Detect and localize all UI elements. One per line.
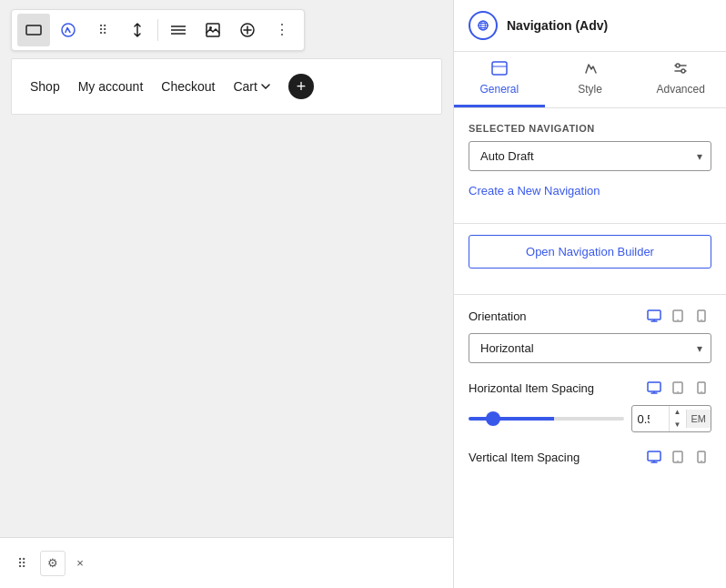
orientation-device-icons xyxy=(644,306,711,326)
horizontal-spacing-device-icons xyxy=(644,378,711,398)
vertical-spacing-row: Vertical Item Spacing xyxy=(469,447,711,467)
nav-item-shop[interactable]: Shop xyxy=(30,79,60,94)
nav-item-cart[interactable]: Cart xyxy=(233,79,269,94)
vertical-spacing-label: Vertical Item Spacing xyxy=(469,451,580,464)
horizontal-spacing-spin: ▲ ▼ xyxy=(669,406,686,431)
panel-title: Navigation (Adv) xyxy=(507,18,608,33)
panel-tabs: General Style Advanced xyxy=(454,52,726,108)
widget-settings-button[interactable]: ⚙ xyxy=(40,551,66,576)
panel-icon xyxy=(469,11,498,40)
divider-1 xyxy=(157,19,158,41)
navigation-select[interactable]: Auto Draft Main Navigation Footer Naviga… xyxy=(469,141,711,171)
vert-desktop-icon[interactable] xyxy=(644,447,664,467)
nav-block: Shop My account Checkout Cart + xyxy=(11,58,442,115)
spin-up-button[interactable]: ▲ xyxy=(670,406,686,419)
horizontal-spacing-label: Horizontal Item Spacing xyxy=(469,381,594,395)
nav-item-myaccount[interactable]: My account xyxy=(78,79,144,94)
orientation-select-wrapper: Horizontal Vertical ▾ xyxy=(469,333,711,363)
create-navigation-link[interactable]: Create a New Navigation xyxy=(469,184,600,198)
left-panel: ⠿ xyxy=(0,0,453,588)
tab-advanced-label: Advanced xyxy=(656,83,704,96)
horiz-tablet-icon[interactable] xyxy=(668,378,688,398)
svg-rect-0 xyxy=(26,25,41,35)
tab-advanced[interactable]: Advanced xyxy=(635,52,726,107)
horiz-desktop-icon[interactable] xyxy=(644,378,664,398)
tab-general[interactable]: General xyxy=(454,52,545,107)
advanced-tab-icon xyxy=(673,61,688,79)
move-arrows-button[interactable] xyxy=(121,14,154,46)
svg-rect-16 xyxy=(492,62,507,75)
svg-point-33 xyxy=(677,391,679,393)
selected-navigation-label: SELECTED NAVIGATION xyxy=(469,123,711,134)
open-navigation-builder-button[interactable]: Open Navigation Builder xyxy=(469,235,711,269)
svg-point-6 xyxy=(209,26,212,29)
tab-general-label: General xyxy=(479,83,519,96)
more-options-button[interactable]: ⋮ xyxy=(266,14,298,46)
horizontal-spacing-unit: EM xyxy=(686,410,711,428)
svg-rect-36 xyxy=(648,451,660,461)
horizontal-spacing-slider[interactable] xyxy=(469,417,624,421)
svg-point-20 xyxy=(676,64,680,67)
orientation-row: Orientation xyxy=(469,306,711,326)
svg-point-26 xyxy=(677,319,679,321)
widget-drag-handle[interactable]: ⠿ xyxy=(9,551,35,576)
edit-button[interactable] xyxy=(52,14,85,46)
svg-point-40 xyxy=(677,461,679,462)
drag-handle-button[interactable]: ⠿ xyxy=(86,14,119,46)
divider-2 xyxy=(454,294,726,295)
content-area xyxy=(0,122,453,546)
add-nav-item-button[interactable]: + xyxy=(288,74,314,99)
horizontal-spacing-input-group: ▲ ▼ EM xyxy=(631,405,712,432)
orientation-select[interactable]: Horizontal Vertical xyxy=(469,333,711,363)
navigation-select-wrapper: Auto Draft Main Navigation Footer Naviga… xyxy=(469,141,711,171)
widget-close-button[interactable]: × xyxy=(71,554,89,573)
tab-style-label: Style xyxy=(578,83,602,96)
right-panel: Navigation (Adv) General Style xyxy=(453,0,726,588)
style-tab-icon xyxy=(583,61,598,79)
spin-down-button[interactable]: ▼ xyxy=(670,419,686,431)
image-button[interactable] xyxy=(197,14,229,46)
orientation-label: Orientation xyxy=(469,309,527,323)
divider-1 xyxy=(454,223,726,224)
horizontal-spacing-slider-row: ▲ ▼ EM xyxy=(469,405,711,432)
nav-item-checkout[interactable]: Checkout xyxy=(161,79,215,94)
horizontal-spacing-row: Horizontal Item Spacing xyxy=(469,378,711,398)
svg-point-35 xyxy=(701,391,702,393)
tablet-icon[interactable] xyxy=(668,306,688,326)
general-tab-icon xyxy=(491,61,508,79)
align-button[interactable] xyxy=(162,14,195,46)
block-toolbar: ⠿ xyxy=(11,9,305,51)
svg-point-28 xyxy=(701,319,702,321)
panel-header: Navigation (Adv) xyxy=(454,0,726,52)
svg-point-21 xyxy=(681,69,685,73)
horizontal-spacing-number-input[interactable] xyxy=(632,409,669,430)
panel-content: SELECTED NAVIGATION Auto Draft Main Navi… xyxy=(454,108,726,588)
vert-mobile-icon[interactable] xyxy=(691,447,711,467)
block-button[interactable] xyxy=(17,14,50,46)
tab-style[interactable]: Style xyxy=(545,52,636,107)
vert-tablet-icon[interactable] xyxy=(668,447,688,467)
svg-point-42 xyxy=(701,461,702,462)
horizontal-spacing-slider-container xyxy=(469,410,624,428)
vertical-spacing-device-icons xyxy=(644,447,711,467)
bottom-widget-bar: ⠿ ⚙ × xyxy=(0,537,453,588)
mobile-icon[interactable] xyxy=(691,306,711,326)
desktop-icon[interactable] xyxy=(644,306,664,326)
horiz-mobile-icon[interactable] xyxy=(691,378,711,398)
svg-rect-29 xyxy=(648,382,660,391)
add-block-button[interactable] xyxy=(231,14,264,46)
svg-rect-22 xyxy=(648,310,660,319)
